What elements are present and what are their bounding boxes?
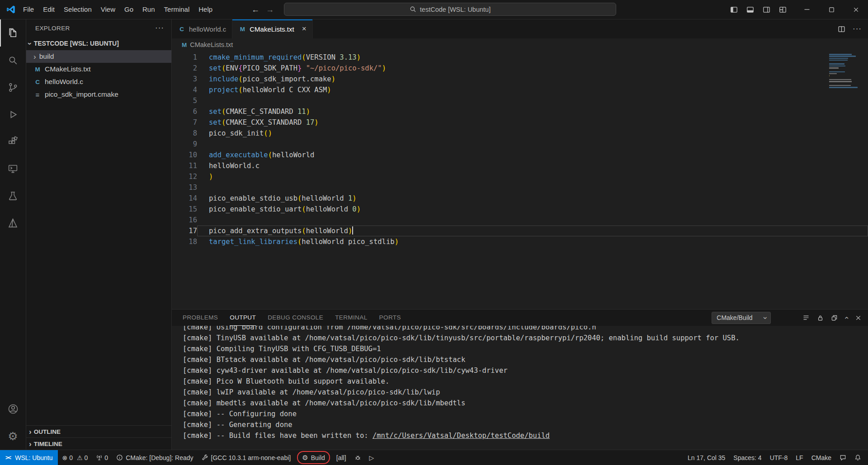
code-line-7[interactable]: 7set(CMAKE_CXX_STANDARD 17) [172, 117, 868, 128]
line-number: 3 [172, 74, 197, 85]
explorer-icon[interactable] [0, 19, 26, 47]
code-line-3[interactable]: 3include(pico_sdk_import.cmake) [172, 74, 868, 85]
code-line-10[interactable]: 10add_executable(helloWorld [172, 150, 868, 160]
menu-run[interactable]: Run [138, 3, 160, 16]
close-window-button[interactable] [844, 0, 868, 19]
timeline-section[interactable]: › TIMELINE [26, 437, 171, 450]
file-row-pico_sdk_import.cmake[interactable]: ≡pico_sdk_import.cmake [26, 88, 171, 101]
output-log[interactable]: [cmake] Using board configuration from /… [172, 326, 868, 450]
maximize-panel-icon[interactable]: › [843, 316, 850, 319]
tab-CMakeLists.txt[interactable]: MCMakeLists.txt× [232, 19, 312, 38]
indentation[interactable]: Spaces: 4 [729, 450, 765, 465]
output-line: [cmake] Pico W Bluetooth build support a… [183, 376, 868, 387]
breadcrumb[interactable]: M CMakeLists.txt [172, 38, 868, 51]
search-text: testCode [WSL: Ubuntu] [420, 6, 491, 13]
menu-terminal[interactable]: Terminal [160, 3, 194, 16]
back-button[interactable]: ← [251, 5, 259, 14]
code-line-11[interactable]: 11helloWorld.c [172, 160, 868, 171]
feedback-icon [840, 454, 846, 461]
cmake-tools-icon[interactable] [0, 209, 26, 236]
file-row-CMakeLists.txt[interactable]: MCMakeLists.txt [26, 63, 171, 75]
code-line-6[interactable]: 6set(CMAKE_C_STANDARD 11) [172, 106, 868, 117]
editor[interactable]: 1cmake_minimum_required(VERSION 3.13)2se… [172, 51, 868, 309]
debug-target-button[interactable] [350, 450, 365, 465]
kit-selector[interactable]: [GCC 10.3.1 arm-none-eabi] [198, 450, 295, 465]
panel-tab-output[interactable]: OUTPUT [230, 310, 256, 326]
menu-file[interactable]: File [19, 3, 38, 16]
command-center-search[interactable]: testCode [WSL: Ubuntu] [284, 3, 616, 16]
manage-gear-icon[interactable]: ⚙ [0, 423, 26, 450]
lock-scroll-icon[interactable] [817, 315, 824, 321]
menu-go[interactable]: Go [120, 3, 138, 16]
accounts-icon[interactable] [0, 395, 26, 423]
code-line-17[interactable]: 17pico_add_extra_outputs(helloWorld) [172, 225, 868, 236]
output-channel-select[interactable]: CMake/Build › [712, 312, 771, 324]
search-view-icon[interactable] [0, 47, 26, 74]
close-panel-icon[interactable] [855, 315, 862, 321]
encoding[interactable]: UTF-8 [766, 450, 792, 465]
code-line-15[interactable]: 15pico_enable_stdio_uart(helloWorld 0) [172, 204, 868, 215]
remote-indicator[interactable]: >< WSL: Ubuntu [0, 450, 58, 465]
code-line-4[interactable]: 4project(helloWorld C CXX ASM) [172, 85, 868, 95]
code-line-9[interactable]: 9 [172, 139, 868, 150]
customize-layout-icon[interactable] [776, 3, 789, 16]
launch-target-button[interactable]: ▷ [365, 450, 378, 465]
code-line-5[interactable]: 5 [172, 95, 868, 106]
menu-selection[interactable]: Selection [59, 3, 96, 16]
panel-tab-terminal[interactable]: TERMINAL [335, 310, 367, 326]
forward-button[interactable]: → [266, 5, 274, 14]
source-control-icon[interactable] [0, 74, 26, 101]
code-line-14[interactable]: 14pico_enable_stdio_usb(helloWorld 1) [172, 193, 868, 204]
testing-icon[interactable] [0, 182, 26, 209]
restore-button[interactable] [819, 0, 844, 19]
code-line-2[interactable]: 2set(ENV{PICO_SDK_PATH} "~/pico/pico-sdk… [172, 63, 868, 74]
build-button[interactable]: ⚙ Build [297, 451, 330, 464]
project-section-header[interactable]: › TESTCODE [WSL: UBUNTU] [26, 37, 171, 50]
warning-icon: ⚠ [77, 455, 83, 461]
panel-tab-problems[interactable]: PROBLEMS [183, 310, 218, 326]
menu-edit[interactable]: Edit [38, 3, 59, 16]
explorer-more-actions-icon[interactable]: ··· [155, 23, 164, 33]
code-line-13[interactable]: 13 [172, 182, 868, 193]
problems-status[interactable]: ⊗ 0 ⚠ 0 [58, 450, 92, 465]
line-number: 11 [172, 160, 197, 171]
extensions-icon[interactable] [0, 128, 26, 155]
menu-view[interactable]: View [96, 3, 120, 16]
cursor-position[interactable]: Ln 17, Col 35 [684, 450, 729, 465]
remote-explorer-icon[interactable] [0, 155, 26, 182]
eol-selector[interactable]: LF [792, 450, 807, 465]
panel-tab-ports[interactable]: PORTS [379, 310, 401, 326]
toggle-primary-sidebar-icon[interactable] [727, 3, 741, 16]
split-editor-icon[interactable] [838, 25, 845, 33]
open-output-new-window-icon[interactable] [831, 315, 838, 321]
notifications-button[interactable] [850, 450, 865, 465]
minimize-button[interactable] [795, 0, 819, 19]
code-line-1[interactable]: 1cmake_minimum_required(VERSION 3.13) [172, 52, 868, 63]
run-debug-icon[interactable] [0, 101, 26, 128]
code-line-8[interactable]: 8pico_sdk_init() [172, 128, 868, 139]
editor-more-actions-icon[interactable]: ··· [853, 24, 862, 33]
output-path-link[interactable]: /mnt/c/Users/Vatsal/Desktop/testCode/bui… [373, 432, 550, 440]
file-row-build[interactable]: ›build [26, 50, 171, 63]
file-type-icon: C [178, 26, 186, 33]
chevron-right-icon: › [29, 428, 32, 436]
feedback-button[interactable] [835, 450, 850, 465]
ports-status[interactable]: 0 [92, 450, 112, 465]
code-line-12[interactable]: 12) [172, 171, 868, 182]
cmake-status[interactable]: CMake: [Debug]: Ready [112, 450, 197, 465]
file-row-helloWorld.c[interactable]: ChelloWorld.c [26, 75, 171, 88]
build-target[interactable]: [all] [332, 450, 350, 465]
code-line-16[interactable]: 16 [172, 215, 868, 225]
close-tab-icon[interactable]: × [302, 24, 307, 33]
code-line-18[interactable]: 18target_link_libraries(helloWorld pico_… [172, 236, 868, 247]
menu-help[interactable]: Help [194, 3, 217, 16]
clear-output-icon[interactable] [802, 314, 810, 321]
language-mode[interactable]: CMake [807, 450, 835, 465]
outline-section[interactable]: › OUTLINE [26, 425, 171, 437]
toggle-panel-icon[interactable] [743, 3, 757, 16]
toggle-secondary-sidebar-icon[interactable] [760, 3, 773, 16]
minimap[interactable] [829, 54, 862, 89]
output-line: [cmake] Compiling TinyUSB with CFG_TUSB_… [183, 343, 868, 354]
tab-helloWorld.c[interactable]: ChelloWorld.c [172, 19, 232, 38]
panel-tab-debug-console[interactable]: DEBUG CONSOLE [268, 310, 323, 326]
